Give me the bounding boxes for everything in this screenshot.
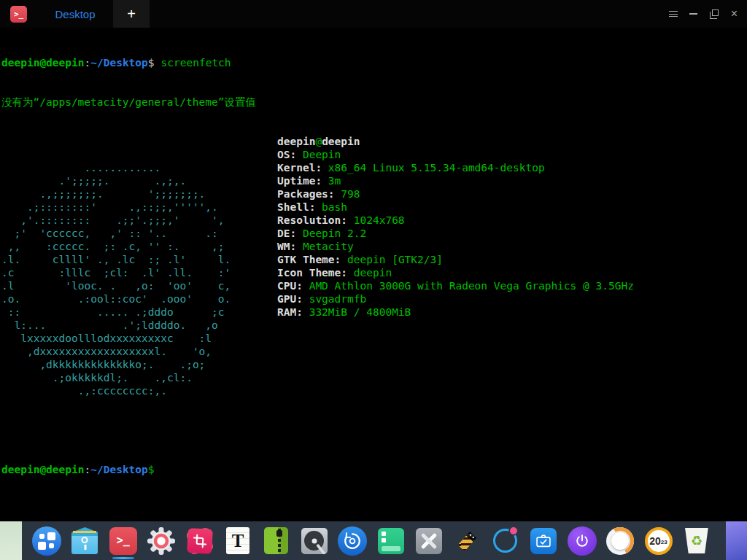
- dock-item-app-store[interactable]: [337, 521, 368, 560]
- window-controls: ×: [666, 7, 741, 21]
- power-icon: [568, 526, 597, 556]
- info-row: OS: Deepin: [277, 148, 634, 161]
- active-app-indicator: [112, 557, 134, 559]
- hard-disk-icon: [301, 528, 328, 554]
- calendar-icon: 2023: [645, 527, 673, 555]
- info-row: RAM: 332MiB / 4800MiB: [277, 306, 634, 319]
- info-row: WM: Metacity: [277, 240, 634, 253]
- camera-check-icon: [530, 528, 557, 554]
- info-row: Packages: 798: [277, 187, 634, 201]
- menu-icon[interactable]: [666, 7, 680, 21]
- terminal-output[interactable]: deepin@deepin:~/Desktop$screenfetch 没有为“…: [0, 28, 747, 521]
- dock-item-launcher[interactable]: [31, 521, 62, 560]
- new-tab-button[interactable]: +: [113, 0, 150, 28]
- show-desktop-area[interactable]: [726, 521, 747, 560]
- command-text: screenfetch: [161, 57, 231, 69]
- dock-item-control-center[interactable]: [146, 521, 177, 560]
- terminal-prompt-glyph: >_: [14, 10, 23, 18]
- prompt-userhost: deepin@deepin: [1, 57, 85, 69]
- dock: >_ T: [22, 521, 726, 560]
- tab-desktop[interactable]: Desktop: [40, 0, 110, 28]
- dock-item-file-manager[interactable]: [69, 521, 100, 560]
- info-row: DE: Deepin 2.2: [277, 227, 634, 240]
- dock-item-shutdown[interactable]: [567, 521, 597, 560]
- system-monitor-icon: [378, 528, 404, 554]
- tab-title: Desktop: [55, 8, 95, 20]
- dock-item-datetime[interactable]: 2023: [643, 521, 674, 560]
- dock-item-usb-device[interactable]: [452, 521, 482, 560]
- dock-item-terminal[interactable]: >_: [108, 521, 139, 560]
- text-editor-icon: T: [226, 527, 249, 554]
- close-button[interactable]: ×: [727, 7, 741, 21]
- dock-item-text-editor[interactable]: T: [222, 521, 253, 560]
- info-row: CPU: AMD Athlon 3000G with Radeon Vega G…: [277, 279, 634, 292]
- prompt-path: ~/Desktop: [90, 57, 148, 69]
- knob-icon: [606, 527, 634, 555]
- dock-item-disk-utility[interactable]: [299, 521, 330, 560]
- restore-button[interactable]: [707, 7, 721, 21]
- tools-icon: [416, 528, 442, 554]
- info-row: GTK Theme: deepin [GTK2/3]: [277, 253, 634, 266]
- info-row: Icon Theme: deepin: [277, 266, 634, 279]
- prompt-line-2: deepin@deepin:~/Desktop$: [1, 463, 747, 476]
- dock-item-archive-manager[interactable]: [260, 521, 291, 560]
- window-titlebar: >_ Desktop + ×: [0, 0, 747, 28]
- dock-item-toolbox[interactable]: [414, 521, 444, 560]
- zip-archive-icon: [264, 527, 288, 554]
- terminal-icon: >_: [109, 527, 137, 555]
- gear-icon: [147, 526, 176, 556]
- plus-icon: +: [127, 6, 136, 23]
- dock-item-screen-recorder[interactable]: [528, 521, 559, 560]
- prompt-userhost: deepin@deepin: [1, 464, 85, 475]
- usb-drive-icon: [452, 526, 481, 556]
- prompt-line-1: deepin@deepin:~/Desktop$screenfetch: [1, 56, 747, 69]
- launcher-icon: [32, 526, 61, 556]
- warning-line: 没有为“/apps/metacity/general/theme”设置值: [1, 96, 747, 109]
- system-info: deepin@deepinOS: DeepinKernel: x86_64 Li…: [277, 135, 634, 319]
- dock-item-trash[interactable]: ♻: [681, 521, 712, 560]
- dock-item-screenshot[interactable]: [185, 521, 215, 560]
- dock-item-system-monitor[interactable]: [376, 521, 406, 560]
- close-icon: ×: [731, 7, 738, 20]
- info-row: Shell: bash: [277, 201, 634, 214]
- dock-item-brightness[interactable]: [605, 521, 635, 560]
- crop-icon: [187, 528, 213, 554]
- minimize-button[interactable]: [686, 7, 700, 21]
- ring-timer-icon: [493, 529, 517, 553]
- update-swirl-icon: [338, 526, 367, 556]
- dock-item-time-tracker[interactable]: [490, 521, 521, 560]
- desktop-wallpaper-left: [0, 521, 22, 560]
- terminal-app-icon: >_: [10, 6, 27, 23]
- file-manager-icon: [71, 532, 98, 554]
- info-header: deepin@deepin: [277, 135, 634, 148]
- info-row: GPU: svgadrmfb: [277, 292, 634, 306]
- prompt-path: ~/Desktop: [90, 464, 148, 475]
- info-row: Uptime: 3m: [277, 174, 634, 187]
- info-row: Kernel: x86_64 Linux 5.15.34-amd64-deskt…: [277, 161, 634, 174]
- info-row: Resolution: 747x560: [277, 214, 634, 227]
- screenfetch-block: ............ .';;;;;. .,;,. .,;;;;;;;. '…: [1, 135, 747, 437]
- trash-recycle-icon: ♻: [684, 528, 708, 553]
